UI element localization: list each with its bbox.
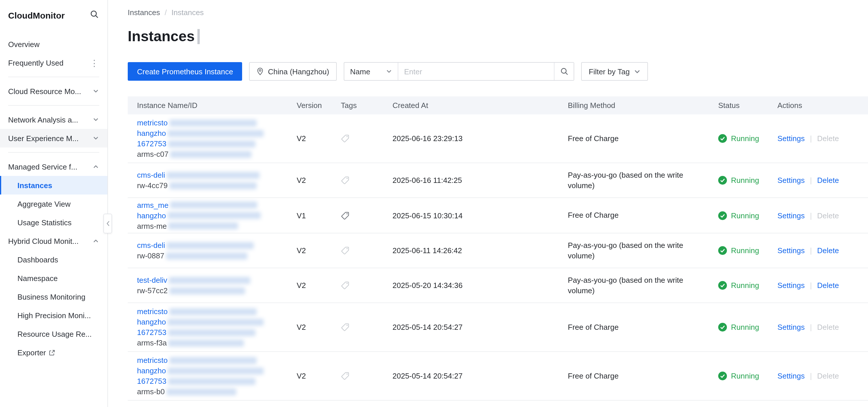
version-text: V2 — [297, 246, 306, 255]
settings-link[interactable]: Settings — [777, 323, 805, 332]
redacted-text — [169, 222, 238, 229]
kebab-menu-icon[interactable]: ⋮ — [90, 58, 99, 67]
sidebar-item-namespace[interactable]: Namespace — [0, 269, 107, 287]
instance-name-link[interactable]: metricsto — [137, 307, 167, 316]
create-prometheus-instance-button[interactable]: Create Prometheus Instance — [128, 62, 242, 81]
sidebar-item-label: Frequently Used — [8, 58, 64, 67]
tag-icon[interactable] — [341, 372, 349, 380]
instance-name-link[interactable]: metricsto — [137, 356, 167, 365]
redacted-text — [166, 252, 247, 259]
redacted-text — [168, 140, 255, 147]
tag-icon[interactable] — [341, 176, 349, 185]
instance-name-link[interactable]: metricsto — [137, 119, 167, 127]
status-running-icon — [718, 176, 727, 185]
settings-link[interactable]: Settings — [777, 372, 805, 380]
search-field-select[interactable]: Name — [344, 63, 398, 80]
created-at-text: 2025-06-16 11:42:25 — [393, 176, 462, 185]
instance-name-link[interactable]: cms-deli — [137, 241, 165, 250]
instance-name-link[interactable]: cms-deli — [137, 171, 165, 179]
created-at-cell: 2025-06-11 14:26:42 — [393, 233, 568, 268]
action-separator: | — [810, 176, 812, 185]
sidebar-item-label: Hybrid Cloud Monit... — [8, 237, 79, 245]
sidebar-item-network-analysis-a[interactable]: Network Analysis a... — [0, 110, 107, 129]
sidebar-item-label: Cloud Resource Mo... — [8, 87, 81, 95]
settings-link[interactable]: Settings — [777, 281, 805, 290]
chevron-down-icon — [93, 117, 99, 123]
settings-link[interactable]: Settings — [777, 176, 805, 185]
billing-method-cell: Free of Charge — [568, 198, 718, 233]
sidebar-item-label: Dashboards — [18, 255, 58, 264]
sidebar-item-aggregate-view[interactable]: Aggregate View — [0, 194, 107, 213]
breadcrumb-root[interactable]: Instances — [128, 8, 160, 17]
sidebar-item-business-monitoring[interactable]: Business Monitoring — [0, 287, 107, 306]
tags-cell — [341, 303, 393, 351]
sidebar-item-usage-statistics[interactable]: Usage Statistics — [0, 213, 107, 232]
version-cell: V2 — [297, 114, 341, 163]
instance-name-link[interactable]: hangzho — [137, 318, 166, 326]
sidebar-search-button[interactable] — [90, 10, 99, 20]
sidebar-collapse-handle[interactable] — [103, 214, 112, 233]
instance-name-link[interactable]: test-deliv — [137, 276, 167, 284]
status-cell: Running — [718, 163, 777, 197]
billing-method-cell: Pay-as-you-go (based on the write volume… — [568, 268, 718, 303]
instance-name-link[interactable]: 1672753 — [137, 377, 166, 385]
settings-link[interactable]: Settings — [777, 211, 805, 220]
delete-link[interactable]: Delete — [817, 246, 839, 255]
sidebar-item-instances[interactable]: Instances — [0, 176, 107, 194]
created-at-cell: 2025-05-14 20:54:27 — [393, 303, 568, 351]
sidebar-item-dashboards[interactable]: Dashboards — [0, 250, 107, 269]
tags-cell — [341, 163, 393, 197]
created-at-text: 2025-06-11 14:26:42 — [393, 246, 462, 255]
status-text: Running — [731, 246, 759, 255]
breadcrumb: Instances / Instances — [108, 0, 868, 17]
sidebar-item-cloud-resource-mo[interactable]: Cloud Resource Mo... — [0, 82, 107, 100]
redacted-text — [169, 339, 244, 346]
search-icon — [560, 67, 568, 75]
sidebar-item-resource-usage-re[interactable]: Resource Usage Re... — [0, 324, 107, 343]
table-row: cms-delirw-0887V22025-06-11 14:26:42Pay-… — [128, 233, 868, 268]
version-cell: V2 — [297, 233, 341, 268]
instance-name-cell: cms-delirw-0887 — [128, 233, 297, 268]
actions-cell: Settings|Delete — [777, 303, 868, 351]
instance-name-link[interactable]: hangzho — [137, 129, 166, 137]
filter-by-tag-button[interactable]: Filter by Tag — [581, 62, 648, 81]
sidebar-item-frequently-used[interactable]: Frequently Used⋮ — [0, 54, 107, 72]
delete-link[interactable]: Delete — [817, 176, 839, 185]
tag-icon[interactable] — [341, 211, 349, 220]
delete-link[interactable]: Delete — [817, 281, 839, 290]
actions-cell: Settings|Delete — [777, 352, 868, 400]
settings-link[interactable]: Settings — [777, 246, 805, 255]
sidebar-item-exporter[interactable]: Exporter — [0, 343, 107, 362]
sidebar-item-overview[interactable]: Overview — [0, 35, 107, 54]
tag-icon[interactable] — [341, 246, 349, 255]
region-selector[interactable]: China (Hangzhou) — [249, 62, 337, 81]
tag-icon[interactable] — [341, 281, 349, 290]
actions-cell: Settings|Delete — [777, 268, 868, 303]
status-text: Running — [731, 281, 759, 290]
sidebar-item-high-precision-moni[interactable]: High Precision Moni... — [0, 306, 107, 324]
sidebar-item-label: Managed Service f... — [8, 162, 77, 171]
redacted-text — [168, 329, 255, 336]
tag-icon[interactable] — [341, 134, 349, 143]
instance-id-text: rw-0887 — [137, 251, 164, 260]
settings-link[interactable]: Settings — [777, 134, 805, 143]
instance-name-cell: metricstohangzho1672753arms-c07 — [128, 114, 297, 163]
chevron-down-icon — [386, 68, 392, 74]
instance-name-link[interactable]: hangzho — [137, 366, 166, 375]
instance-name-link[interactable]: 1672753 — [137, 328, 166, 337]
search-input[interactable] — [398, 63, 554, 80]
instance-name-link[interactable]: 1672753 — [137, 139, 166, 148]
redacted-text — [169, 182, 257, 189]
status-running-icon — [718, 246, 727, 255]
instance-name-link[interactable]: hangzho — [137, 211, 166, 220]
instance-name-link[interactable]: arms_me — [137, 200, 168, 209]
sidebar-item-user-experience-m[interactable]: User Experience M... — [0, 129, 107, 148]
tag-icon[interactable] — [341, 323, 349, 332]
search-button[interactable] — [554, 63, 574, 80]
sidebar-item-managed-service-f[interactable]: Managed Service f... — [0, 157, 107, 176]
sidebar-item-hybrid-cloud-monit[interactable]: Hybrid Cloud Monit... — [0, 232, 107, 250]
sidebar-item-label: Overview — [8, 40, 39, 49]
delete-link: Delete — [817, 211, 839, 220]
status-text: Running — [731, 323, 759, 332]
version-cell: V2 — [297, 163, 341, 197]
